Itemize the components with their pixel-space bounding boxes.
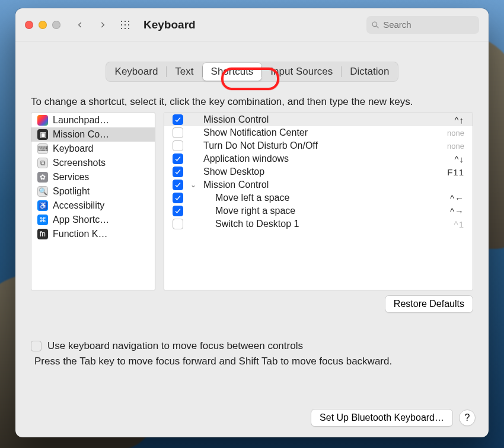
- category-label: Accessibility: [53, 200, 104, 211]
- search-input[interactable]: [383, 20, 474, 30]
- tab-keyboard[interactable]: Keyboard: [107, 63, 167, 81]
- category-row-appshortcuts[interactable]: ⌘App Shortc…: [31, 213, 155, 227]
- shortcut-checkbox[interactable]: [173, 193, 183, 203]
- shortcut-name: Move left a space: [203, 193, 425, 203]
- services-icon: ✿: [37, 172, 48, 183]
- shortcut-key[interactable]: ^↑: [431, 115, 464, 125]
- category-row-spotlight[interactable]: 🔍Spotlight: [31, 184, 155, 199]
- category-label: Spotlight: [53, 186, 90, 197]
- shortcut-checkbox[interactable]: [173, 127, 183, 138]
- shortcut-row[interactable]: Mission Control^↑: [164, 113, 473, 126]
- shortcut-checkbox[interactable]: [173, 167, 183, 177]
- shortcut-name: Mission Control: [203, 114, 425, 125]
- shortcut-row[interactable]: Show Notification Centernone: [164, 126, 473, 139]
- appshortcuts-icon: ⌘: [37, 215, 48, 225]
- svg-point-0: [372, 21, 377, 26]
- shortcut-key[interactable]: F11: [431, 167, 464, 177]
- category-label: App Shortc…: [53, 215, 109, 225]
- minimize-window-button[interactable]: [39, 21, 47, 29]
- tab-shortcuts[interactable]: Shortcuts: [203, 63, 262, 81]
- shortcut-name: Show Notification Center: [203, 127, 425, 138]
- shortcut-row[interactable]: Application windows^↓: [164, 152, 473, 165]
- grid-icon: [120, 20, 130, 30]
- category-label: Mission Co…: [53, 129, 109, 140]
- search-icon: [371, 20, 379, 30]
- category-label: Launchpad…: [53, 115, 109, 126]
- shortcut-list[interactable]: Mission Control^↑Show Notification Cente…: [164, 113, 473, 290]
- shortcut-name: Move right a space: [203, 206, 425, 216]
- window-toolbar: Keyboard: [15, 8, 489, 41]
- disclosure-icon[interactable]: ⌄: [189, 181, 197, 189]
- shortcut-key[interactable]: none: [431, 129, 464, 137]
- shortcut-name: Switch to Desktop 1: [203, 219, 425, 229]
- category-row-keyboard[interactable]: ⌨Keyboard: [31, 142, 155, 156]
- tab-input-sources[interactable]: Input Sources: [262, 63, 341, 81]
- category-row-launchpad[interactable]: Launchpad…: [31, 113, 155, 127]
- function-icon: fn: [37, 229, 48, 239]
- setup-bluetooth-keyboard-button[interactable]: Set Up Bluetooth Keyboard…: [311, 409, 453, 427]
- tab-bar: KeyboardTextShortcutsInput SourcesDictat…: [15, 41, 489, 85]
- shortcut-row[interactable]: ⌄Mission Control: [164, 178, 473, 191]
- screenshots-icon: ⧉: [37, 158, 48, 168]
- shortcut-checkbox[interactable]: [173, 153, 183, 164]
- shortcut-key[interactable]: ^←: [431, 193, 464, 203]
- preferences-window: Keyboard KeyboardTextShortcutsInput Sour…: [15, 8, 489, 437]
- window-title: Keyboard: [143, 18, 196, 31]
- mission-icon: ▣: [37, 129, 48, 140]
- shortcut-key[interactable]: ^→: [431, 206, 464, 216]
- help-button[interactable]: ?: [459, 409, 476, 426]
- shortcut-key[interactable]: none: [431, 142, 464, 151]
- category-row-function[interactable]: fnFunction K…: [31, 227, 155, 241]
- shortcut-checkbox[interactable]: [173, 180, 183, 190]
- category-row-mission[interactable]: ▣Mission Co…: [31, 127, 155, 142]
- category-label: Screenshots: [53, 158, 106, 168]
- shortcut-row[interactable]: Show DesktopF11: [164, 165, 473, 178]
- traffic-lights: [25, 21, 60, 29]
- shortcut-row[interactable]: Switch to Desktop 1^1: [164, 217, 473, 231]
- shortcut-name: Turn Do Not Disturb On/Off: [203, 140, 425, 151]
- shortcut-row[interactable]: Turn Do Not Disturb On/Offnone: [164, 139, 473, 152]
- shortcut-checkbox[interactable]: [173, 219, 183, 229]
- shortcut-name: Application windows: [203, 153, 425, 164]
- shortcut-row[interactable]: Move left a space^←: [164, 191, 473, 204]
- shortcut-key[interactable]: ^↓: [431, 154, 464, 164]
- show-all-button[interactable]: [117, 15, 133, 34]
- svg-line-1: [377, 25, 379, 28]
- category-label: Function K…: [53, 229, 107, 239]
- shortcut-name: Show Desktop: [203, 167, 425, 177]
- shortcut-key[interactable]: ^1: [431, 219, 464, 229]
- shortcut-row[interactable]: Move right a space^→: [164, 204, 473, 217]
- category-row-accessibility[interactable]: ♿Accessibility: [31, 199, 155, 213]
- forward-button[interactable]: [95, 15, 110, 34]
- category-list[interactable]: Launchpad…▣Mission Co…⌨Keyboard⧉Screensh…: [31, 113, 155, 290]
- category-row-screenshots[interactable]: ⧉Screenshots: [31, 156, 155, 170]
- restore-defaults-button[interactable]: Restore Defaults: [385, 295, 473, 313]
- category-row-services[interactable]: ✿Services: [31, 170, 155, 184]
- search-field[interactable]: [366, 16, 479, 34]
- instruction-text: To change a shortcut, select it, click t…: [15, 85, 489, 113]
- tab-text[interactable]: Text: [167, 63, 202, 81]
- keyboard-nav-note: Press the Tab key to move focus forward …: [31, 352, 473, 367]
- category-label: Services: [53, 172, 89, 183]
- shortcut-checkbox[interactable]: [173, 206, 183, 216]
- shortcut-checkbox[interactable]: [173, 114, 183, 125]
- back-button[interactable]: [72, 15, 88, 34]
- category-label: Keyboard: [53, 143, 94, 154]
- spotlight-icon: 🔍: [37, 186, 48, 197]
- launchpad-icon: [37, 115, 48, 126]
- close-window-button[interactable]: [25, 21, 33, 29]
- shortcut-checkbox[interactable]: [173, 140, 183, 151]
- shortcut-name: Mission Control: [203, 180, 425, 190]
- keyboard-nav-checkbox[interactable]: [31, 341, 42, 351]
- keyboard-nav-label: Use keyboard navigation to move focus be…: [47, 340, 303, 352]
- keyboard-icon: ⌨: [37, 143, 48, 154]
- tab-dictation[interactable]: Dictation: [342, 63, 397, 81]
- zoom-window-button[interactable]: [52, 21, 60, 29]
- accessibility-icon: ♿: [37, 200, 48, 211]
